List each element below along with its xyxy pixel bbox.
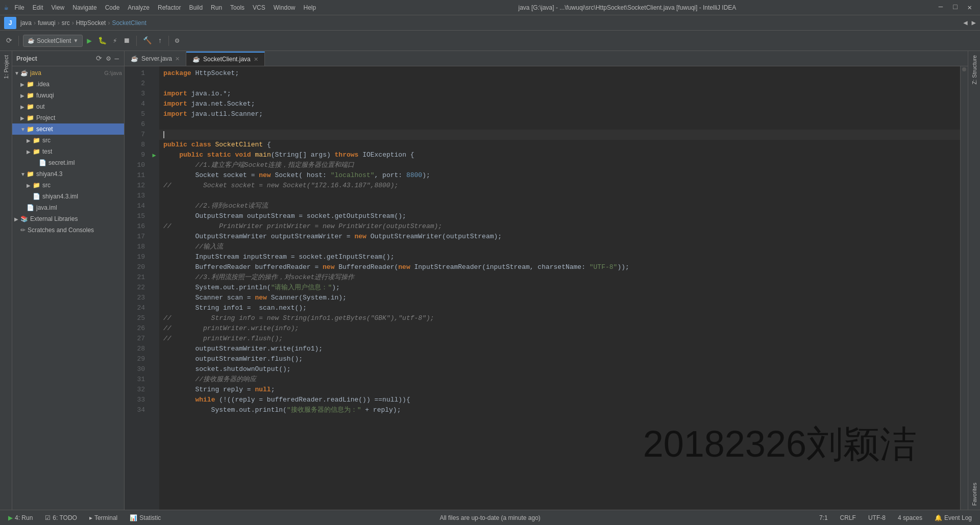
nav-next-button[interactable]: ▶ <box>972 18 976 27</box>
menu-file[interactable]: File <box>10 2 28 13</box>
statistic-status-item[interactable]: 📊 Statistic <box>126 510 165 526</box>
close-button[interactable]: ✕ <box>964 2 976 13</box>
menu-code[interactable]: Code <box>101 2 124 13</box>
cursor-position[interactable]: 7:1 <box>815 514 832 521</box>
favorites-tab[interactable]: Favorites <box>970 479 978 510</box>
run-with-coverage-button[interactable]: ⚡ <box>111 35 119 46</box>
breadcrumb-socketclient[interactable]: SocketClient <box>112 19 146 27</box>
tree-item-scratches[interactable]: ✏ Scratches and Consoles <box>12 224 124 236</box>
run-config-selector[interactable]: ☕ SocketClient ▼ <box>23 35 83 47</box>
panel-header: Project ⟳ ⚙ — <box>12 51 124 66</box>
breadcrumb-src[interactable]: src <box>62 19 70 27</box>
menu-help[interactable]: Help <box>299 2 320 13</box>
breadcrumb: java › fuwuqi › src › HttpSocket › Socke… <box>20 19 146 27</box>
tab-socketclient-java[interactable]: ☕ SocketClient.java ✕ <box>186 52 265 66</box>
code-line-22: System.out.println("请输入用户信息："); <box>159 283 960 293</box>
menu-refactor[interactable]: Refactor <box>154 2 185 13</box>
nav-prev-button[interactable]: ◀ <box>963 18 967 27</box>
tree-item-shiyan-src[interactable]: ▶ 📁 src <box>12 180 124 191</box>
tree-item-java-iml[interactable]: 📄 java.iml <box>12 202 124 213</box>
tree-item-secret-iml[interactable]: 📄 secret.iml <box>12 157 124 168</box>
menu-vcs[interactable]: VCS <box>249 2 270 13</box>
breadcrumb-httpsocket[interactable]: HttpSocket <box>76 19 106 27</box>
todo-status-item[interactable]: ☑ 6: TODO <box>41 510 81 526</box>
stop-button[interactable]: ⏹ <box>121 36 132 46</box>
tree-item-shiyan[interactable]: ▼ 📁 shiyan4.3 <box>12 168 124 180</box>
breadcrumb-fuwuqi[interactable]: fuwuqi <box>38 19 56 27</box>
code-line-29: outputStreamWriter.flush(); <box>159 354 960 364</box>
tab-server-java[interactable]: ☕ Server.java ✕ <box>125 52 186 66</box>
menu-window[interactable]: Window <box>270 2 300 13</box>
menu-analyze[interactable]: Analyze <box>124 2 154 13</box>
maximize-button[interactable]: □ <box>949 2 961 13</box>
settings-button[interactable]: ⚙ <box>173 35 181 46</box>
tree-label: java.iml <box>36 204 122 211</box>
window-controls[interactable]: ─ □ ✕ <box>935 2 976 13</box>
project-tab[interactable]: 1: Project <box>2 51 10 83</box>
code-line-9: public static void main(String[] args) t… <box>159 150 960 160</box>
tree-item-out[interactable]: ▶ 📁 out <box>12 101 124 112</box>
tree-item-secret[interactable]: ▼ 📁 secret <box>12 123 124 135</box>
tree-label: src <box>42 182 122 189</box>
charset-indicator[interactable]: UTF-8 <box>864 514 890 521</box>
tree-item-shiyan-iml[interactable]: 📄 shiyan4.3.iml <box>12 191 124 202</box>
terminal-status-item[interactable]: ▸ Terminal <box>85 510 121 526</box>
vcs-button[interactable]: ↑ <box>156 36 164 46</box>
menu-edit[interactable]: Edit <box>29 2 47 13</box>
toolbar-sync-icon[interactable]: ⟳ <box>4 35 14 46</box>
folder-icon: 📁 <box>27 103 34 110</box>
toolbar-sep3 <box>168 36 169 46</box>
menu-bar[interactable]: File Edit View Navigate Code Analyze Ref… <box>10 2 320 13</box>
code-line-21: //3.利用流按照一定的操作，对socket进行读写操作 <box>159 272 960 283</box>
menu-build[interactable]: Build <box>185 2 207 13</box>
status-message: All files are up-to-date (a minute ago) <box>165 514 815 521</box>
statistic-label: Statistic <box>139 514 161 521</box>
tab-client-icon: ☕ <box>192 56 200 63</box>
tree-label: secret.iml <box>48 159 122 166</box>
tab-server-close[interactable]: ✕ <box>175 56 180 62</box>
tree-item-secret-src[interactable]: ▶ 📁 src <box>12 135 124 146</box>
minimize-button[interactable]: ─ <box>935 2 947 13</box>
tree-item-fuwuqi[interactable]: ▶ 📁 fuwuqi <box>12 90 124 101</box>
run-status-item[interactable]: ▶ 4: Run <box>4 510 37 526</box>
line-separator[interactable]: CRLF <box>836 514 860 521</box>
code-gutter: ▶ <box>149 66 159 510</box>
tree-item-test[interactable]: ▶ 📁 test <box>12 146 124 157</box>
menu-navigate[interactable]: Navigate <box>68 2 101 13</box>
right-scrollbar[interactable] <box>960 66 968 510</box>
build-button[interactable]: 🔨 <box>141 35 154 46</box>
status-left: ▶ 4: Run ☑ 6: TODO ▸ Terminal 📊 Statisti… <box>4 510 165 526</box>
code-line-7 <box>159 130 960 140</box>
indent-indicator[interactable]: 4 spaces <box>894 514 926 521</box>
event-log-button[interactable]: 🔔 Event Log <box>930 514 976 521</box>
tree-item-ext-libs[interactable]: ▶ 📚 External Libraries <box>12 213 124 224</box>
menu-view[interactable]: View <box>47 2 68 13</box>
breadcrumb-java[interactable]: java <box>20 19 32 27</box>
code-line-23: Scanner scan = new Scanner(System.in); <box>159 293 960 303</box>
code-line-17: OutputStreamWriter outputStreamWriter = … <box>159 232 960 242</box>
panel-collapse-btn[interactable]: — <box>114 54 120 64</box>
code-line-16: // PrintWriter printWriter = new PrintWr… <box>159 221 960 232</box>
menu-run[interactable]: Run <box>207 2 226 13</box>
tab-client-close[interactable]: ✕ <box>254 56 258 63</box>
line-numbers: 1 2 3 4 5 6 7 8 9 10 11 12 13 14 15 16 1… <box>125 66 149 510</box>
run-config-label: SocketClient <box>37 37 71 44</box>
code-line-26: // printWriter.write(info); <box>159 323 960 334</box>
run-button[interactable]: ▶ <box>85 35 94 47</box>
code-line-19: InputStream inputStream = socket.getInpu… <box>159 252 960 262</box>
tree-item-idea[interactable]: ▶ 📁 .idea <box>12 79 124 90</box>
nav-java-icon: J <box>9 19 12 27</box>
menu-tools[interactable]: Tools <box>226 2 249 13</box>
run-status-icon: ▶ <box>8 514 13 521</box>
panel-gear-btn[interactable]: ⚙ <box>105 53 111 64</box>
test-folder-icon: 📁 <box>33 148 40 155</box>
run-main-button[interactable]: ▶ <box>149 150 159 160</box>
tree-item-project[interactable]: ▶ 📁 Project <box>12 112 124 123</box>
tree-item-java[interactable]: ▼ ☕ java G:\java <box>12 67 124 79</box>
debug-button[interactable]: 🐛 <box>96 35 109 46</box>
iml-icon: 📄 <box>27 204 34 211</box>
code-text-area[interactable]: package HttpSocket; import java.io.*; im… <box>159 66 960 510</box>
code-editor[interactable]: 1 2 3 4 5 6 7 8 9 10 11 12 13 14 15 16 1… <box>125 66 968 510</box>
panel-sync-btn[interactable]: ⟳ <box>95 53 103 64</box>
structure-tab[interactable]: Z: Structure <box>970 51 978 88</box>
